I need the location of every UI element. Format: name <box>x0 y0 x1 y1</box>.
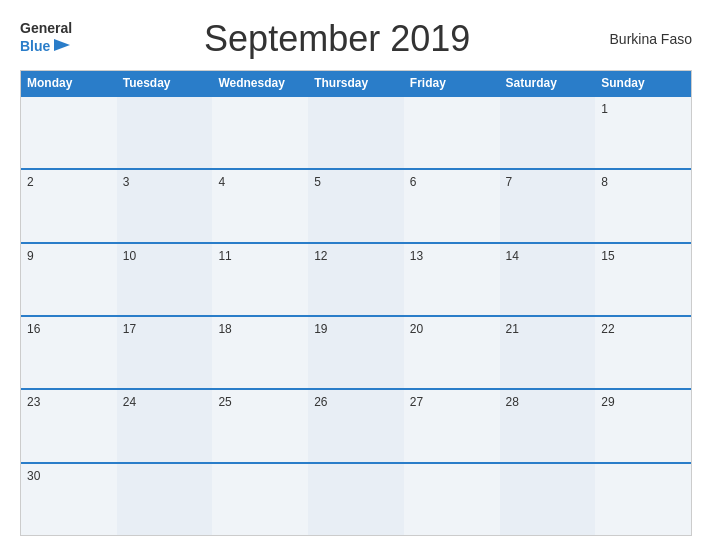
day-number: 18 <box>218 322 302 336</box>
calendar-day-cell: 18 <box>212 317 308 388</box>
calendar-day-cell: 13 <box>404 244 500 315</box>
day-number: 20 <box>410 322 494 336</box>
weekday-header-friday: Friday <box>404 71 500 95</box>
calendar-day-cell: 20 <box>404 317 500 388</box>
weekday-header-sunday: Sunday <box>595 71 691 95</box>
day-number: 3 <box>123 175 207 189</box>
calendar-day-cell: 27 <box>404 390 500 461</box>
calendar-day-cell <box>404 97 500 168</box>
calendar-day-cell <box>212 464 308 535</box>
calendar-day-cell <box>404 464 500 535</box>
day-number: 8 <box>601 175 685 189</box>
logo-flag-icon <box>52 37 72 57</box>
calendar-week-row: 9101112131415 <box>21 242 691 315</box>
svg-marker-0 <box>54 39 70 51</box>
logo-blue-text: Blue <box>20 39 50 54</box>
country-label: Burkina Faso <box>602 31 692 47</box>
weekday-header-saturday: Saturday <box>500 71 596 95</box>
calendar-day-cell: 11 <box>212 244 308 315</box>
calendar-day-cell <box>117 97 213 168</box>
day-number: 7 <box>506 175 590 189</box>
calendar-day-cell: 16 <box>21 317 117 388</box>
calendar-day-cell: 17 <box>117 317 213 388</box>
calendar-day-cell: 24 <box>117 390 213 461</box>
calendar-day-cell: 21 <box>500 317 596 388</box>
day-number: 19 <box>314 322 398 336</box>
day-number: 30 <box>27 469 111 483</box>
calendar-title: September 2019 <box>72 18 602 60</box>
calendar-day-cell: 4 <box>212 170 308 241</box>
calendar-day-cell: 19 <box>308 317 404 388</box>
day-number: 5 <box>314 175 398 189</box>
calendar-day-cell: 8 <box>595 170 691 241</box>
calendar-day-cell: 5 <box>308 170 404 241</box>
day-number: 4 <box>218 175 302 189</box>
calendar-day-cell: 2 <box>21 170 117 241</box>
logo-general-text: General <box>20 21 72 36</box>
calendar-grid: MondayTuesdayWednesdayThursdayFridaySatu… <box>20 70 692 536</box>
day-number: 27 <box>410 395 494 409</box>
calendar-day-cell: 3 <box>117 170 213 241</box>
day-number: 11 <box>218 249 302 263</box>
day-number: 16 <box>27 322 111 336</box>
header: General Blue September 2019 Burkina Faso <box>20 18 692 60</box>
calendar-day-cell: 22 <box>595 317 691 388</box>
calendar-body: 1234567891011121314151617181920212223242… <box>21 95 691 535</box>
calendar-day-cell: 23 <box>21 390 117 461</box>
day-number: 23 <box>27 395 111 409</box>
calendar-week-row: 30 <box>21 462 691 535</box>
weekday-header-tuesday: Tuesday <box>117 71 213 95</box>
calendar-day-cell: 1 <box>595 97 691 168</box>
calendar-day-cell <box>500 464 596 535</box>
day-number: 10 <box>123 249 207 263</box>
calendar-page: General Blue September 2019 Burkina Faso… <box>0 0 712 550</box>
weekday-header-wednesday: Wednesday <box>212 71 308 95</box>
day-number: 21 <box>506 322 590 336</box>
day-number: 28 <box>506 395 590 409</box>
calendar-week-row: 16171819202122 <box>21 315 691 388</box>
calendar-day-cell: 9 <box>21 244 117 315</box>
day-number: 13 <box>410 249 494 263</box>
calendar-day-cell: 15 <box>595 244 691 315</box>
weekday-header-monday: Monday <box>21 71 117 95</box>
calendar-day-cell <box>117 464 213 535</box>
day-number: 25 <box>218 395 302 409</box>
day-number: 29 <box>601 395 685 409</box>
day-number: 9 <box>27 249 111 263</box>
calendar-day-cell: 10 <box>117 244 213 315</box>
calendar-day-cell: 12 <box>308 244 404 315</box>
day-number: 15 <box>601 249 685 263</box>
calendar-week-row: 1 <box>21 95 691 168</box>
calendar-day-cell <box>21 97 117 168</box>
calendar-week-row: 23242526272829 <box>21 388 691 461</box>
calendar-day-cell: 14 <box>500 244 596 315</box>
calendar-day-cell: 6 <box>404 170 500 241</box>
day-number: 26 <box>314 395 398 409</box>
day-number: 17 <box>123 322 207 336</box>
calendar-day-cell: 29 <box>595 390 691 461</box>
calendar-day-cell <box>308 464 404 535</box>
day-number: 22 <box>601 322 685 336</box>
logo: General Blue <box>20 21 72 56</box>
calendar-day-cell: 7 <box>500 170 596 241</box>
day-number: 14 <box>506 249 590 263</box>
day-number: 6 <box>410 175 494 189</box>
calendar-day-cell: 25 <box>212 390 308 461</box>
calendar-day-cell <box>500 97 596 168</box>
calendar-day-cell <box>595 464 691 535</box>
weekday-header-thursday: Thursday <box>308 71 404 95</box>
calendar-week-row: 2345678 <box>21 168 691 241</box>
calendar-day-cell <box>308 97 404 168</box>
day-number: 1 <box>601 102 685 116</box>
calendar-header-row: MondayTuesdayWednesdayThursdayFridaySatu… <box>21 71 691 95</box>
calendar-day-cell <box>212 97 308 168</box>
calendar-day-cell: 28 <box>500 390 596 461</box>
calendar-day-cell: 30 <box>21 464 117 535</box>
day-number: 12 <box>314 249 398 263</box>
calendar-day-cell: 26 <box>308 390 404 461</box>
day-number: 24 <box>123 395 207 409</box>
day-number: 2 <box>27 175 111 189</box>
